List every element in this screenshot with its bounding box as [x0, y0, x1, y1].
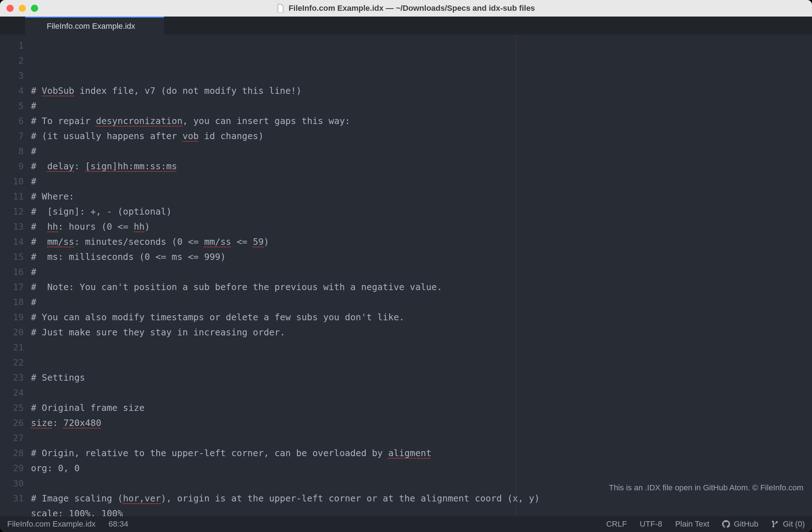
- line-number: 1: [0, 38, 24, 53]
- line-number: 26: [0, 416, 24, 431]
- code-line[interactable]: # Just make sure they stay in increasing…: [31, 325, 812, 340]
- tab-active[interactable]: FileInfo.com Example.idx: [25, 17, 164, 35]
- tab-label: FileInfo.com Example.idx: [47, 22, 135, 31]
- line-number: 9: [0, 159, 24, 174]
- status-grammar[interactable]: Plain Text: [675, 519, 709, 529]
- line-number: 3: [0, 68, 24, 83]
- status-filename[interactable]: FileInfo.com Example.idx: [7, 519, 96, 529]
- code-line[interactable]: # hh: hours (0 <= hh): [31, 219, 812, 234]
- line-number: 14: [0, 234, 24, 249]
- line-number: 4: [0, 83, 24, 98]
- code-line[interactable]: # Settings: [31, 370, 812, 385]
- line-number: 19: [0, 310, 24, 325]
- code-line[interactable]: # You can also modify timestamps or dele…: [31, 310, 812, 325]
- maximize-window-button[interactable]: [31, 5, 38, 12]
- status-git[interactable]: Git (0): [771, 519, 805, 529]
- code-line[interactable]: # Origin, relative to the upper-left cor…: [31, 446, 812, 461]
- minimize-window-button[interactable]: [19, 5, 26, 12]
- line-number: 25: [0, 400, 24, 416]
- line-number: 20: [0, 325, 24, 340]
- window-controls: [6, 5, 38, 12]
- code-line[interactable]: org: 0, 0: [31, 461, 812, 476]
- line-number: 2: [0, 53, 24, 68]
- line-number: 13: [0, 219, 24, 234]
- code-line[interactable]: #: [31, 98, 812, 114]
- line-number: 30: [0, 476, 24, 491]
- code-line[interactable]: # mm/ss: minutes/seconds (0 <= mm/ss <= …: [31, 234, 812, 249]
- line-number: 5: [0, 98, 24, 114]
- status-line-ending[interactable]: CRLF: [606, 519, 627, 529]
- code-line[interactable]: # [sign]: +, - (optional): [31, 204, 812, 219]
- tab-bar: FileInfo.com Example.idx: [0, 17, 812, 35]
- line-number: 22: [0, 355, 24, 370]
- code-line[interactable]: # VobSub index file, v7 (do not modify t…: [31, 83, 812, 98]
- code-line[interactable]: [31, 355, 812, 370]
- line-number: 15: [0, 249, 24, 265]
- git-branch-icon: [771, 520, 779, 528]
- close-window-button[interactable]: [6, 5, 14, 12]
- code-line[interactable]: size: 720x480: [31, 416, 812, 431]
- gutter: 1234567891011121314151617181920212223242…: [0, 35, 31, 516]
- code-area[interactable]: # VobSub index file, v7 (do not modify t…: [31, 35, 812, 516]
- code-line[interactable]: #: [31, 144, 812, 159]
- titlebar: FileInfo.com Example.idx — ~/Downloads/S…: [0, 0, 812, 17]
- line-number: 11: [0, 189, 24, 204]
- code-line[interactable]: [31, 340, 812, 355]
- line-number: 23: [0, 370, 24, 385]
- github-icon: [722, 520, 730, 528]
- code-line[interactable]: scale: 100%, 100%: [31, 506, 812, 516]
- line-number: 6: [0, 114, 24, 129]
- line-number: 18: [0, 295, 24, 310]
- window-title: FileInfo.com Example.idx — ~/Downloads/S…: [288, 4, 535, 13]
- wrap-guide: [516, 35, 516, 516]
- line-number: 29: [0, 461, 24, 476]
- line-number: 31: [0, 491, 24, 506]
- overlay-note: This is an .IDX file open in GitHub Atom…: [609, 480, 803, 495]
- code-line[interactable]: # delay: [sign]hh:mm:ss:ms: [31, 159, 812, 174]
- editor[interactable]: 1234567891011121314151617181920212223242…: [0, 35, 812, 516]
- code-line[interactable]: [31, 385, 812, 400]
- line-number: 28: [0, 446, 24, 461]
- line-number: 8: [0, 144, 24, 159]
- code-line[interactable]: # ms: milliseconds (0 <= ms <= 999): [31, 249, 812, 265]
- line-number: 16: [0, 265, 24, 280]
- code-line[interactable]: # Note: You can't position a sub before …: [31, 280, 812, 295]
- code-line[interactable]: #: [31, 295, 812, 310]
- line-number: 21: [0, 340, 24, 355]
- code-line[interactable]: [31, 431, 812, 446]
- code-line[interactable]: # To repair desyncronization, you can in…: [31, 114, 812, 129]
- code-line[interactable]: #: [31, 174, 812, 189]
- status-bar: FileInfo.com Example.idx 68:34 CRLF UTF-…: [0, 516, 812, 532]
- line-number: 7: [0, 129, 24, 144]
- status-github[interactable]: GitHub: [722, 519, 758, 529]
- app-window: FileInfo.com Example.idx — ~/Downloads/S…: [0, 0, 812, 532]
- titlebar-title-group: FileInfo.com Example.idx — ~/Downloads/S…: [277, 4, 535, 13]
- code-line[interactable]: # Original frame size: [31, 400, 812, 416]
- line-number: 24: [0, 385, 24, 400]
- file-icon: [277, 4, 284, 13]
- status-github-label: GitHub: [734, 519, 758, 529]
- status-git-label: Git (0): [783, 519, 805, 529]
- code-line[interactable]: #: [31, 265, 812, 280]
- status-cursor-position[interactable]: 68:34: [109, 519, 128, 529]
- code-line[interactable]: # (it usually happens after vob id chang…: [31, 129, 812, 144]
- line-number: 12: [0, 204, 24, 219]
- line-number: 27: [0, 431, 24, 446]
- status-encoding[interactable]: UTF-8: [640, 519, 662, 529]
- code-line[interactable]: # Where:: [31, 189, 812, 204]
- line-number: 17: [0, 280, 24, 295]
- line-number: 10: [0, 174, 24, 189]
